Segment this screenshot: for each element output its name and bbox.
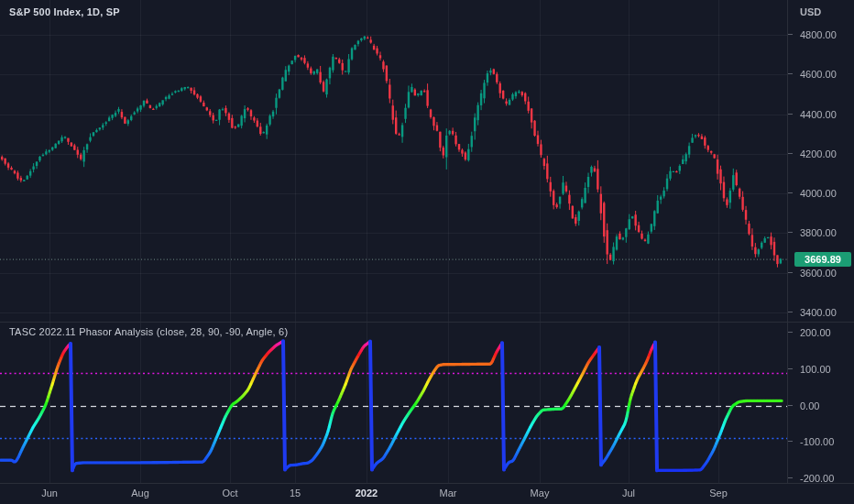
axis-tick-mark	[788, 368, 793, 369]
price-axis[interactable]: USD 3669.89 4800.004600.004400.004200.00…	[787, 0, 854, 484]
time-tick-label: 15	[268, 488, 323, 499]
phasor-chart-canvas[interactable]	[0, 323, 788, 484]
price-tick-label: 4200.00	[788, 148, 854, 159]
indicator-tick-label: -100.00	[788, 436, 854, 447]
time-axis[interactable]: JunAugOct152022MarMayJulSep	[0, 483, 854, 504]
axis-tick-mark	[788, 332, 793, 333]
price-tick-label: 4400.00	[788, 109, 854, 120]
chart-window: S&P 500 Index, 1D, SP TASC 2022.11 Phaso…	[0, 0, 854, 504]
axis-tick-mark	[788, 272, 793, 273]
axis-tick-mark	[788, 73, 793, 74]
axis-tick-mark	[788, 192, 793, 193]
axis-tick-mark	[788, 232, 793, 233]
price-tick-label: 4800.00	[788, 29, 854, 40]
axis-tick-mark	[788, 477, 793, 478]
symbol-legend[interactable]: S&P 500 Index, 1D, SP	[9, 6, 120, 17]
axis-tick-mark	[788, 114, 793, 115]
time-tick-label: Sep	[691, 488, 746, 499]
indicator-tick-label: 200.00	[788, 327, 854, 338]
panel-separator[interactable]	[0, 322, 854, 323]
time-tick-label: 2022	[339, 488, 394, 499]
last-price-badge: 3669.89	[794, 252, 851, 267]
axis-tick-mark	[788, 405, 793, 406]
axis-tick-mark	[788, 153, 793, 154]
time-tick-label: Jun	[22, 488, 77, 499]
indicator-tick-label: 0.00	[788, 400, 854, 411]
price-tick-label: 3600.00	[788, 268, 854, 279]
price-chart-canvas[interactable]	[0, 0, 788, 323]
time-tick-label: May	[512, 488, 567, 499]
price-tick-label: 4000.00	[788, 188, 854, 199]
axis-tick-mark	[788, 441, 793, 442]
time-tick-label: Mar	[421, 488, 476, 499]
price-tick-label: 4600.00	[788, 69, 854, 80]
indicator-tick-label: 100.00	[788, 364, 854, 375]
indicator-legend[interactable]: TASC 2022.11 Phasor Analysis (close, 28,…	[9, 326, 288, 337]
time-tick-label: Oct	[203, 488, 257, 499]
time-tick-label: Jul	[601, 488, 656, 499]
axis-tick-mark	[788, 34, 793, 35]
currency-label: USD	[800, 6, 821, 17]
axis-tick-mark	[788, 312, 793, 312]
price-tick-label: 3800.00	[788, 227, 854, 238]
time-tick-label: Aug	[113, 488, 168, 499]
price-tick-label: 3400.00	[788, 307, 854, 318]
